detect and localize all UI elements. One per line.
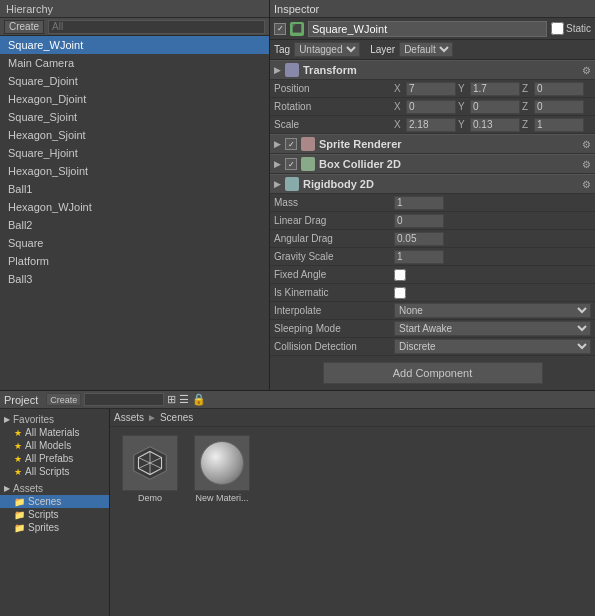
position-label: Position (274, 83, 394, 94)
sidebar-item-scripts[interactable]: 📁Scripts (0, 508, 109, 521)
scale-y-input[interactable] (470, 118, 520, 132)
static-checkbox[interactable] (551, 22, 564, 35)
hierarchy-create-button[interactable]: Create (4, 20, 44, 34)
angular-drag-input[interactable] (394, 232, 444, 246)
object-name-input[interactable] (308, 21, 547, 37)
gravity-scale-input[interactable] (394, 250, 444, 264)
project-header: Project Create ⊞ ☰ 🔒 (0, 391, 595, 409)
favorites-header[interactable]: ▶ Favorites (0, 413, 109, 426)
hierarchy-item[interactable]: Square_Djoint (0, 72, 269, 90)
hierarchy-item[interactable]: Hexagon_Djoint (0, 90, 269, 108)
interpolate-label: Interpolate (274, 305, 394, 316)
pos-y-input[interactable] (470, 82, 520, 96)
transform-header[interactable]: ▶ Transform ⚙ (270, 60, 595, 80)
breadcrumb-part2[interactable]: Scenes (160, 412, 193, 423)
is-kinematic-checkbox[interactable] (394, 287, 406, 299)
transform-body: Position X Y Z Rotation X Y (270, 80, 595, 134)
scale-x-input[interactable] (406, 118, 456, 132)
sprite-renderer-enabled[interactable]: ✓ (285, 138, 297, 150)
star-icon: ★ (14, 428, 22, 438)
project-title: Project (4, 394, 38, 406)
hierarchy-item[interactable]: Square_WJoint (0, 36, 269, 54)
hierarchy-item[interactable]: Hexagon_WJoint (0, 198, 269, 216)
project-create-button[interactable]: Create (46, 393, 81, 406)
sidebar-item-favorites[interactable]: ★All Prefabs (0, 452, 109, 465)
favorites-triangle-icon: ▶ (4, 415, 10, 424)
favorites-items: ★All Materials★All Models★All Prefabs★Al… (0, 426, 109, 478)
box-collider-header[interactable]: ▶ ✓ Box Collider 2D ⚙ (270, 154, 595, 174)
project-layout-button[interactable]: ⊞ (167, 393, 176, 406)
hierarchy-item[interactable]: Square (0, 234, 269, 252)
pos-z-label: Z (522, 83, 532, 94)
linear-drag-label: Linear Drag (274, 215, 394, 226)
hierarchy-search-input[interactable] (48, 20, 265, 34)
scale-x-label: X (394, 119, 404, 130)
hierarchy-item[interactable]: Hexagon_Sjoint (0, 126, 269, 144)
pos-y-label: Y (458, 83, 468, 94)
star-icon: ★ (14, 454, 22, 464)
angular-drag-row: Angular Drag (270, 230, 595, 248)
breadcrumb-separator: ► (147, 412, 157, 423)
rigidbody-gear-button[interactable]: ⚙ (582, 179, 591, 190)
sleeping-mode-select[interactable]: Start Awake (394, 321, 591, 336)
favorites-label: Favorites (13, 414, 54, 425)
object-enabled-checkbox[interactable]: ✓ (274, 23, 286, 35)
sidebar-item-sprites[interactable]: 📁Sprites (0, 521, 109, 534)
rot-x-input[interactable] (406, 100, 456, 114)
gravity-scale-label: Gravity Scale (274, 251, 394, 262)
box-collider-enabled[interactable]: ✓ (285, 158, 297, 170)
breadcrumb-part1[interactable]: Assets (114, 412, 144, 423)
unity-logo-icon (132, 445, 168, 481)
project-lock-button[interactable]: 🔒 (192, 393, 206, 406)
transform-gear-button[interactable]: ⚙ (582, 65, 591, 76)
assets-section: ▶ Assets 📁Scenes📁Scripts📁Sprites (0, 482, 109, 534)
hierarchy-item[interactable]: Hexagon_Sljoint (0, 162, 269, 180)
folder-icon: 📁 (14, 497, 25, 507)
object-icon: ⬛ (290, 22, 304, 36)
sprite-renderer-header[interactable]: ▶ ✓ Sprite Renderer ⚙ (270, 134, 595, 154)
tag-select[interactable]: Untagged (294, 42, 360, 57)
rotation-row: Rotation X Y Z (270, 98, 595, 116)
project-search-input[interactable] (84, 393, 164, 406)
rigidbody-header[interactable]: ▶ Rigidbody 2D ⚙ (270, 174, 595, 194)
box-collider-gear-button[interactable]: ⚙ (582, 159, 591, 170)
fixed-angle-checkbox[interactable] (394, 269, 406, 281)
sidebar-item-favorites[interactable]: ★All Models (0, 439, 109, 452)
hierarchy-item[interactable]: Square_Sjoint (0, 108, 269, 126)
pos-z-input[interactable] (534, 82, 584, 96)
hierarchy-item[interactable]: Main Camera (0, 54, 269, 72)
inspector-panel: Inspector ✓ ⬛ Static Tag Untagged Layer … (270, 0, 595, 390)
list-item[interactable]: Demo (118, 435, 182, 503)
add-component-button[interactable]: Add Component (323, 362, 543, 384)
gravity-scale-row: Gravity Scale (270, 248, 595, 266)
hierarchy-toolbar: Create (0, 18, 269, 36)
scale-row: Scale X Y Z (270, 116, 595, 134)
hierarchy-header: Hierarchy (0, 0, 269, 18)
rot-y-input[interactable] (470, 100, 520, 114)
rot-x-label: X (394, 101, 404, 112)
hierarchy-item[interactable]: Ball1 (0, 180, 269, 198)
mass-input[interactable] (394, 196, 444, 210)
layer-select[interactable]: Default (399, 42, 453, 57)
rot-z-input[interactable] (534, 100, 584, 114)
project-filter-button[interactable]: ☰ (179, 393, 189, 406)
assets-header[interactable]: ▶ Assets (0, 482, 109, 495)
linear-drag-input[interactable] (394, 214, 444, 228)
asset-grid: DemoNew Materi... (110, 427, 595, 511)
hierarchy-item[interactable]: Platform (0, 252, 269, 270)
sidebar-item-scenes[interactable]: 📁Scenes (0, 495, 109, 508)
interpolate-select[interactable]: None (394, 303, 591, 318)
hierarchy-item[interactable]: Square_Hjoint (0, 144, 269, 162)
sidebar-item-favorites[interactable]: ★All Materials (0, 426, 109, 439)
linear-drag-row: Linear Drag (270, 212, 595, 230)
collision-detection-select[interactable]: Discrete (394, 339, 591, 354)
hierarchy-item[interactable]: Ball3 (0, 270, 269, 288)
sprite-renderer-gear-button[interactable]: ⚙ (582, 139, 591, 150)
sidebar-item-favorites[interactable]: ★All Scripts (0, 465, 109, 478)
scale-z-input[interactable] (534, 118, 584, 132)
hierarchy-item[interactable]: Ball2 (0, 216, 269, 234)
star-icon: ★ (14, 467, 22, 477)
list-item[interactable]: New Materi... (190, 435, 254, 503)
rigidbody-icon (285, 177, 299, 191)
pos-x-input[interactable] (406, 82, 456, 96)
